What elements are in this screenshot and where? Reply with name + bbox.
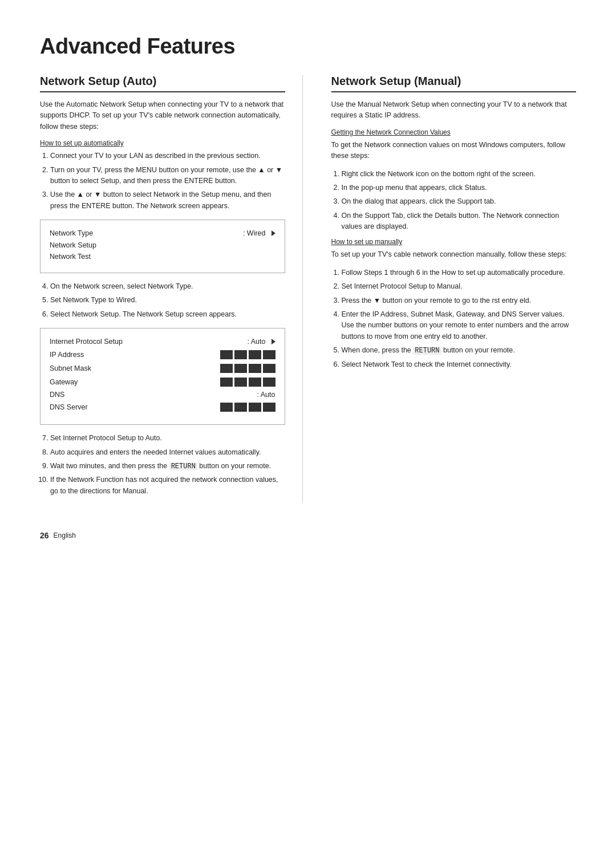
right-steps-list-2: Follow Steps 1 through 6 in the How to s…	[331, 267, 577, 370]
arrow-right-icon	[271, 339, 275, 344]
list-item: Connect your TV to your LAN as described…	[50, 151, 285, 161]
screen-row-dns-server: DNS Server	[50, 400, 275, 414]
ip-setup-value: : Auto	[248, 338, 275, 346]
list-item: Follow Steps 1 through 6 in the How to s…	[342, 267, 577, 278]
list-item: Use the ▲ or ▼ button to select Network …	[50, 189, 285, 212]
screen-row-ip-setup: Internet Protocol Setup : Auto	[50, 335, 275, 348]
list-item: Set Internet Protocol Setup to Auto.	[50, 433, 285, 444]
page-footer: 26 English	[40, 531, 576, 540]
ip-block-3	[249, 350, 261, 359]
ip-block-2	[234, 350, 247, 359]
list-item: Enter the IP Address, Subnet Mask, Gatew…	[342, 309, 577, 342]
list-item: Auto acquires and enters the needed Inte…	[50, 447, 285, 458]
steps-list-2: On the Network screen, select Network Ty…	[40, 281, 285, 320]
list-item: In the pop-up menu that appears, click S…	[342, 182, 577, 193]
screen-row-ip-address: IP Address	[50, 348, 275, 362]
screen-row-network-test: Network Test	[50, 251, 275, 262]
network-type-label: Network Type	[50, 229, 93, 237]
ip-block-1	[220, 378, 233, 387]
list-item: Right click the Network icon on the bott…	[342, 169, 577, 180]
ip-block-2	[234, 378, 247, 387]
dns-server-label: DNS Server	[50, 403, 88, 411]
footer-lang: English	[54, 532, 76, 539]
subnet-label: Subnet Mask	[50, 364, 91, 372]
ip-block-3	[249, 364, 261, 373]
page-number: 26	[40, 531, 49, 540]
ip-block-2	[234, 403, 247, 412]
ip-block-1	[220, 403, 233, 412]
left-column: Network Setup (Auto) Use the Automatic N…	[40, 75, 303, 502]
right-column: Network Setup (Manual) Use the Manual Ne…	[326, 75, 577, 502]
how-to-manual-label: How to set up manually	[331, 238, 577, 246]
ip-block-2	[234, 364, 247, 373]
screen-box-2: Internet Protocol Setup : Auto IP Addres…	[40, 328, 285, 425]
arrow-right-icon	[271, 230, 275, 236]
ip-block-4	[263, 350, 275, 359]
ip-block-3	[249, 403, 261, 412]
list-item: On the dialog that appears, click the Su…	[342, 196, 577, 207]
ip-block-1	[220, 364, 233, 373]
ip-block-4	[263, 364, 275, 373]
right-intro: Use the Manual Network Setup when connec…	[331, 99, 577, 121]
left-intro: Use the Automatic Network Setup when con…	[40, 99, 285, 132]
page-title: Advanced Features	[40, 34, 576, 59]
list-item: Wait two minutes, and then press the RET…	[50, 461, 285, 472]
dns-label: DNS	[50, 391, 64, 399]
right-intro2: To get the Network connection values on …	[331, 140, 577, 162]
screen-row-gateway: Gateway	[50, 375, 275, 389]
ip-block-4	[263, 403, 275, 412]
screen-row-dns: DNS : Auto	[50, 389, 275, 400]
screen-row-network-setup: Network Setup	[50, 240, 275, 251]
right-intro3: To set up your TV's cable network connec…	[331, 249, 577, 260]
dns-server-blocks	[220, 403, 275, 412]
ip-block-3	[249, 378, 261, 387]
steps-list-1: Connect your TV to your LAN as described…	[40, 151, 285, 212]
return-label-right: RETURN	[413, 347, 441, 355]
list-item: Set Network Type to Wired.	[50, 295, 285, 306]
ip-address-label: IP Address	[50, 351, 84, 359]
list-item: When done, press the RETURN button on yo…	[342, 345, 577, 356]
list-item: If the Network Function has not acquired…	[50, 474, 285, 497]
list-item: Set Internet Protocol Setup to Manual.	[342, 281, 577, 292]
network-type-value: : Wired	[243, 229, 275, 237]
list-item: Press the ▼ button on your remote to go …	[342, 295, 577, 306]
dns-value: : Auto	[257, 391, 275, 399]
list-item: On the Support Tab, click the Details bu…	[342, 210, 577, 233]
gateway-blocks	[220, 378, 275, 387]
getting-values-label: Getting the Network Connection Values	[331, 128, 577, 136]
screen-box-1: Network Type : Wired Network Setup Netwo…	[40, 220, 285, 273]
right-section-title: Network Setup (Manual)	[331, 75, 577, 92]
ip-block-1	[220, 350, 233, 359]
how-to-auto-label: How to set up automatically	[40, 139, 285, 147]
screen-row-network-type: Network Type : Wired	[50, 227, 275, 240]
list-item: On the Network screen, select Network Ty…	[50, 281, 285, 292]
ip-setup-label: Internet Protocol Setup	[50, 338, 123, 346]
list-item: Select Network Test to check the Interne…	[342, 359, 577, 370]
right-steps-list-1: Right click the Network icon on the bott…	[331, 169, 577, 233]
list-item: Select Network Setup. The Network Setup …	[50, 309, 285, 320]
left-section-title: Network Setup (Auto)	[40, 75, 285, 92]
screen-row-subnet: Subnet Mask	[50, 362, 275, 375]
ip-block-4	[263, 378, 275, 387]
list-item: Turn on your TV, press the MENU button o…	[50, 165, 285, 187]
ip-address-blocks	[220, 350, 275, 359]
steps-list-3: Set Internet Protocol Setup to Auto. Aut…	[40, 433, 285, 497]
gateway-label: Gateway	[50, 378, 78, 386]
return-label: RETURN	[169, 462, 197, 470]
subnet-blocks	[220, 364, 275, 373]
